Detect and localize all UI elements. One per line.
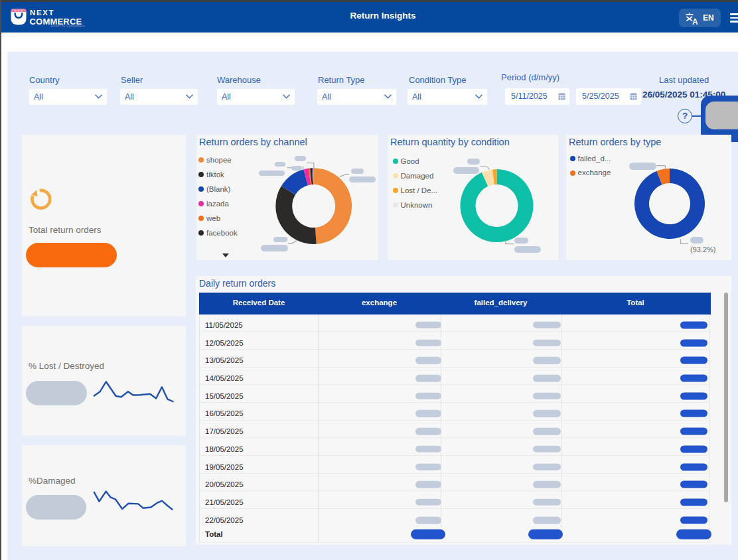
svg-text:A: A [692,17,698,25]
